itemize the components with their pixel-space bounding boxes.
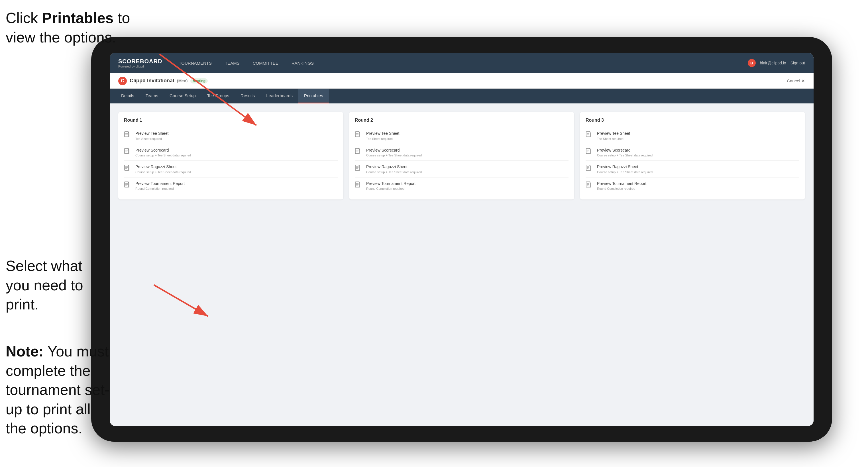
print-item-text: Preview Tournament Report Round Completi… bbox=[597, 181, 799, 191]
tab-course-setup[interactable]: Course Setup bbox=[164, 89, 202, 103]
round-title-3: Round 3 bbox=[586, 118, 799, 123]
print-item-title: Preview Scorecard bbox=[597, 148, 799, 153]
print-item-subtitle: Round Completion required bbox=[366, 187, 568, 190]
print-item-text: Preview Tournament Report Round Completi… bbox=[366, 181, 568, 191]
top-nav-links: TOURNAMENTS TEAMS COMMITTEE RANKINGS bbox=[176, 59, 747, 67]
nav-committee[interactable]: COMMITTEE bbox=[250, 59, 281, 67]
print-item-text: Preview Tee Sheet Tee Sheet required bbox=[366, 131, 568, 141]
print-item-text: Preview Raguzzi Sheet Course setup + Tee… bbox=[366, 164, 568, 174]
print-item-text: Preview Scorecard Course setup + Tee She… bbox=[597, 148, 799, 157]
top-nav: SCOREBOARD Powered by clippd TOURNAMENTS… bbox=[110, 53, 813, 73]
print-item-title: Preview Raguzzi Sheet bbox=[597, 164, 799, 170]
print-item-3-1[interactable]: Preview Tee Sheet Tee Sheet required bbox=[586, 127, 799, 144]
print-icon bbox=[586, 148, 594, 156]
status-badge: Hosting bbox=[190, 79, 208, 84]
print-item-text: Preview Scorecard Course setup + Tee She… bbox=[135, 148, 338, 157]
print-icon bbox=[355, 131, 363, 139]
print-item-2-3[interactable]: Preview Raguzzi Sheet Course setup + Tee… bbox=[355, 161, 568, 178]
print-icon bbox=[124, 165, 132, 173]
print-item-subtitle: Course setup + Tee Sheet data required bbox=[366, 170, 568, 174]
print-icon bbox=[355, 148, 363, 156]
print-item-1-4[interactable]: Preview Tournament Report Round Completi… bbox=[124, 178, 338, 194]
print-item-2-4[interactable]: Preview Tournament Report Round Completi… bbox=[355, 178, 568, 194]
tab-details[interactable]: Details bbox=[116, 89, 140, 103]
print-item-text: Preview Tournament Report Round Completi… bbox=[135, 181, 338, 191]
print-item-title: Preview Tee Sheet bbox=[135, 131, 338, 136]
content-area: Round 1 Preview Tee Sheet Tee Sheet requ… bbox=[110, 103, 813, 426]
print-item-subtitle: Course setup + Tee Sheet data required bbox=[597, 154, 799, 157]
print-item-2-2[interactable]: Preview Scorecard Course setup + Tee She… bbox=[355, 144, 568, 161]
sign-out-link[interactable]: Sign out bbox=[790, 61, 805, 65]
print-item-2-1[interactable]: Preview Tee Sheet Tee Sheet required bbox=[355, 127, 568, 144]
print-item-title: Preview Tee Sheet bbox=[366, 131, 568, 136]
print-item-subtitle: Round Completion required bbox=[135, 187, 338, 190]
print-item-3-2[interactable]: Preview Scorecard Course setup + Tee She… bbox=[586, 144, 799, 161]
print-icon bbox=[124, 131, 132, 139]
tab-teams[interactable]: Teams bbox=[140, 89, 164, 103]
tablet-screen: SCOREBOARD Powered by clippd TOURNAMENTS… bbox=[110, 53, 813, 426]
print-item-1-1[interactable]: Preview Tee Sheet Tee Sheet required bbox=[124, 127, 338, 144]
print-item-subtitle: Course setup + Tee Sheet data required bbox=[597, 170, 799, 174]
print-item-subtitle: Course setup + Tee Sheet data required bbox=[135, 154, 338, 157]
nav-tournaments[interactable]: TOURNAMENTS bbox=[176, 59, 214, 67]
tab-leaderboards[interactable]: Leaderboards bbox=[260, 89, 298, 103]
round-column-2: Round 2 Preview Tee Sheet Tee Sheet requ… bbox=[349, 112, 574, 199]
sub-header: C Clippd Invitational (Men) Hosting Canc… bbox=[110, 73, 813, 89]
print-item-title: Preview Raguzzi Sheet bbox=[366, 164, 568, 170]
print-item-1-2[interactable]: Preview Scorecard Course setup + Tee She… bbox=[124, 144, 338, 161]
annotation-top: Click Printables toview the options. bbox=[6, 8, 130, 47]
print-icon bbox=[355, 165, 363, 173]
brand: SCOREBOARD Powered by clippd bbox=[118, 58, 162, 68]
round-column-3: Round 3 Preview Tee Sheet Tee Sheet requ… bbox=[580, 112, 805, 199]
print-item-text: Preview Scorecard Course setup + Tee She… bbox=[366, 148, 568, 157]
print-item-subtitle: Course setup + Tee Sheet data required bbox=[135, 170, 338, 174]
print-item-3-3[interactable]: Preview Raguzzi Sheet Course setup + Tee… bbox=[586, 161, 799, 178]
print-item-title: Preview Tournament Report bbox=[597, 181, 799, 187]
print-item-title: Preview Raguzzi Sheet bbox=[135, 164, 338, 170]
tournament-bracket: (Men) bbox=[177, 79, 187, 83]
print-item-title: Preview Scorecard bbox=[135, 148, 338, 153]
user-avatar: B bbox=[748, 59, 756, 67]
print-item-subtitle: Round Completion required bbox=[597, 187, 799, 190]
print-item-title: Preview Tee Sheet bbox=[597, 131, 799, 136]
print-item-text: Preview Tee Sheet Tee Sheet required bbox=[135, 131, 338, 141]
nav-rankings[interactable]: RANKINGS bbox=[289, 59, 316, 67]
print-item-title: Preview Tournament Report bbox=[135, 181, 338, 187]
print-item-subtitle: Tee Sheet required bbox=[135, 137, 338, 141]
round-title-2: Round 2 bbox=[355, 118, 568, 123]
print-item-3-4[interactable]: Preview Tournament Report Round Completi… bbox=[586, 178, 799, 194]
print-icon bbox=[124, 148, 132, 156]
print-item-text: Preview Raguzzi Sheet Course setup + Tee… bbox=[135, 164, 338, 174]
tab-bar: Details Teams Course Setup Tee Groups Re… bbox=[110, 89, 813, 103]
nav-teams[interactable]: TEAMS bbox=[222, 59, 242, 67]
tab-tee-groups[interactable]: Tee Groups bbox=[202, 89, 235, 103]
round-title-1: Round 1 bbox=[124, 118, 338, 123]
print-item-1-3[interactable]: Preview Raguzzi Sheet Course setup + Tee… bbox=[124, 161, 338, 178]
print-item-text: Preview Tee Sheet Tee Sheet required bbox=[597, 131, 799, 141]
tournament-name: Clippd Invitational bbox=[130, 78, 174, 84]
tab-printables[interactable]: Printables bbox=[298, 89, 329, 103]
print-icon bbox=[586, 131, 594, 139]
print-icon bbox=[586, 165, 594, 173]
tab-results[interactable]: Results bbox=[235, 89, 260, 103]
print-icon bbox=[124, 182, 132, 189]
tablet-shell: SCOREBOARD Powered by clippd TOURNAMENTS… bbox=[91, 37, 832, 442]
brand-title: SCOREBOARD bbox=[118, 58, 162, 65]
user-email: blair@clippd.io bbox=[760, 61, 786, 65]
print-item-title: Preview Scorecard bbox=[366, 148, 568, 153]
print-item-subtitle: Tee Sheet required bbox=[597, 137, 799, 141]
print-item-text: Preview Raguzzi Sheet Course setup + Tee… bbox=[597, 164, 799, 174]
annotation-middle: Select what you need to print. bbox=[6, 256, 97, 314]
print-item-subtitle: Course setup + Tee Sheet data required bbox=[366, 154, 568, 157]
tournament-title: C Clippd Invitational (Men) Hosting bbox=[118, 76, 208, 85]
annotation-bottom: Note: You must complete the tournament s… bbox=[6, 342, 114, 438]
brand-sub: Powered by clippd bbox=[118, 65, 162, 68]
print-icon bbox=[355, 182, 363, 189]
print-item-title: Preview Tournament Report bbox=[366, 181, 568, 187]
round-column-1: Round 1 Preview Tee Sheet Tee Sheet requ… bbox=[118, 112, 343, 199]
print-item-subtitle: Tee Sheet required bbox=[366, 137, 568, 141]
rounds-container: Round 1 Preview Tee Sheet Tee Sheet requ… bbox=[118, 112, 805, 199]
cancel-button[interactable]: Cancel ✕ bbox=[787, 79, 805, 84]
print-icon bbox=[586, 182, 594, 189]
top-nav-right: B blair@clippd.io Sign out bbox=[748, 59, 805, 67]
